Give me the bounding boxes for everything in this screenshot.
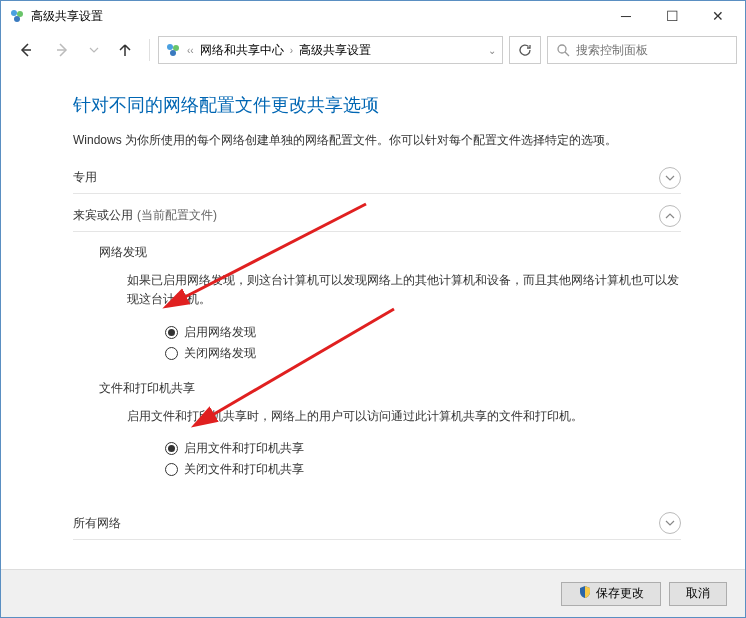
section-header-guest[interactable]: 来宾或公用 (当前配置文件): [73, 204, 681, 232]
chevron-right-icon: ›: [290, 45, 293, 56]
subsection-title: 文件和打印机共享: [99, 380, 681, 397]
svg-point-0: [11, 10, 17, 16]
svg-point-5: [170, 50, 176, 56]
svg-point-3: [167, 44, 173, 50]
section-label: 专用: [73, 169, 97, 186]
app-icon: [9, 8, 25, 24]
chevron-down-icon[interactable]: ⌄: [488, 45, 496, 56]
minimize-button[interactable]: ─: [603, 1, 649, 31]
radio-fileshare-off[interactable]: 关闭文件和打印机共享: [165, 459, 681, 480]
search-input[interactable]: [576, 43, 728, 57]
titlebar: 高级共享设置 ─ ☐ ✕: [1, 1, 745, 31]
refresh-button[interactable]: [509, 36, 541, 64]
section-label: 所有网络: [73, 515, 121, 532]
network-icon: [165, 42, 181, 58]
section-label: 来宾或公用: [73, 207, 133, 224]
chevron-up-icon[interactable]: [659, 205, 681, 227]
forward-button[interactable]: [47, 36, 79, 64]
radio-netdisc-off[interactable]: 关闭网络发现: [165, 343, 681, 364]
save-label: 保存更改: [596, 585, 644, 602]
section-header-allnet[interactable]: 所有网络: [73, 512, 681, 540]
breadcrumb-item[interactable]: 网络和共享中心: [200, 42, 284, 59]
footer: 保存更改 取消: [1, 569, 745, 617]
section-private: 专用: [73, 166, 681, 194]
subsection-network-discovery: 网络发现 如果已启用网络发现，则这台计算机可以发现网络上的其他计算机和设备，而且…: [99, 244, 681, 363]
search-icon: [556, 43, 570, 57]
chevron-down-icon[interactable]: [659, 512, 681, 534]
window-title: 高级共享设置: [31, 8, 603, 25]
breadcrumb[interactable]: ‹‹ 网络和共享中心 › 高级共享设置 ⌄: [158, 36, 503, 64]
section-allnet: 所有网络: [73, 512, 681, 540]
svg-point-4: [173, 45, 179, 51]
navbar: ‹‹ 网络和共享中心 › 高级共享设置 ⌄: [1, 31, 745, 69]
radio-netdisc-on[interactable]: 启用网络发现: [165, 322, 681, 343]
radio-label: 关闭网络发现: [184, 345, 256, 362]
recent-dropdown[interactable]: [85, 36, 103, 64]
radio-button-icon: [165, 463, 178, 476]
subsection-desc: 启用文件和打印机共享时，网络上的用户可以访问通过此计算机共享的文件和打印机。: [99, 407, 681, 426]
svg-point-2: [14, 16, 20, 22]
search-box[interactable]: [547, 36, 737, 64]
separator: [149, 39, 150, 61]
radio-button-icon: [165, 442, 178, 455]
chevron-down-icon[interactable]: [659, 167, 681, 189]
radio-button-icon: [165, 347, 178, 360]
radio-button-icon: [165, 326, 178, 339]
cancel-label: 取消: [686, 585, 710, 602]
svg-point-1: [17, 11, 23, 17]
breadcrumb-item[interactable]: 高级共享设置: [299, 42, 371, 59]
section-hint: (当前配置文件): [137, 207, 217, 224]
cancel-button[interactable]: 取消: [669, 582, 727, 606]
section-guest: 来宾或公用 (当前配置文件) 网络发现 如果已启用网络发现，则这台计算机可以发现…: [73, 204, 681, 502]
radio-fileshare-on[interactable]: 启用文件和打印机共享: [165, 438, 681, 459]
svg-point-6: [558, 45, 566, 53]
subsection-desc: 如果已启用网络发现，则这台计算机可以发现网络上的其他计算机和设备，而且其他网络计…: [99, 271, 681, 309]
subsection-file-share: 文件和打印机共享 启用文件和打印机共享时，网络上的用户可以访问通过此计算机共享的…: [99, 380, 681, 480]
radio-label: 启用网络发现: [184, 324, 256, 341]
page-subtitle: Windows 为你所使用的每个网络创建单独的网络配置文件。你可以针对每个配置文…: [73, 131, 681, 150]
maximize-button[interactable]: ☐: [649, 1, 695, 31]
chevron-left-icon: ‹‹: [187, 45, 194, 56]
section-header-private[interactable]: 专用: [73, 166, 681, 194]
back-button[interactable]: [9, 36, 41, 64]
shield-icon: [578, 585, 592, 602]
content: 针对不同的网络配置文件更改共享选项 Windows 为你所使用的每个网络创建单独…: [1, 69, 745, 560]
save-button[interactable]: 保存更改: [561, 582, 661, 606]
subsection-title: 网络发现: [99, 244, 681, 261]
radio-label: 关闭文件和打印机共享: [184, 461, 304, 478]
close-button[interactable]: ✕: [695, 1, 741, 31]
page-title: 针对不同的网络配置文件更改共享选项: [73, 93, 681, 117]
up-button[interactable]: [109, 36, 141, 64]
radio-label: 启用文件和打印机共享: [184, 440, 304, 457]
